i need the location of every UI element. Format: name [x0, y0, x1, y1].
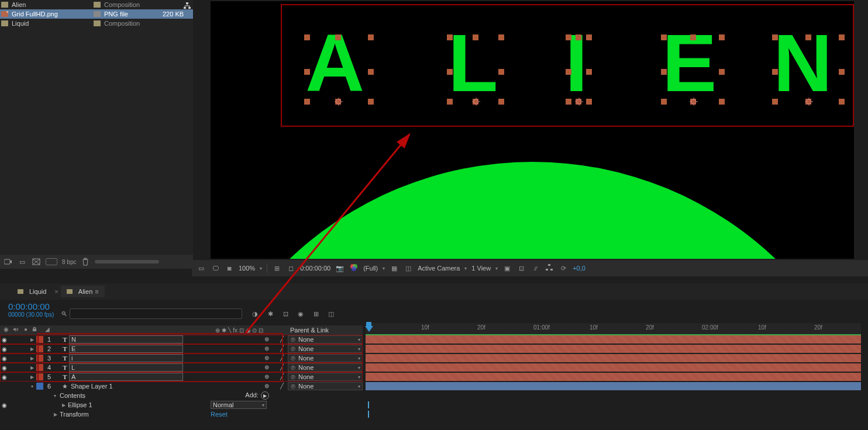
- layer-name[interactable]: E: [69, 345, 183, 353]
- layer-property-transform[interactable]: ▶ Transform Reset: [0, 410, 363, 419]
- add-property-button[interactable]: Add:▶: [245, 391, 269, 400]
- selection-handle[interactable]: [304, 34, 310, 40]
- parent-dropdown[interactable]: ℗None▾: [288, 382, 363, 390]
- current-time-indicator[interactable]: [366, 322, 373, 334]
- solo-column-icon[interactable]: ●: [22, 326, 30, 334]
- project-item[interactable]: Alien Composition: [0, 0, 193, 9]
- parent-dropdown[interactable]: ℗None▾: [288, 345, 363, 353]
- magnify-icon[interactable]: ▭: [197, 265, 206, 272]
- label-column-icon[interactable]: ◢: [43, 326, 51, 334]
- selection-handle[interactable]: [772, 69, 778, 75]
- selection-handle[interactable]: [690, 34, 696, 40]
- view-layout-icon[interactable]: ◫: [404, 265, 413, 272]
- pickwhip-icon[interactable]: ℗: [290, 346, 296, 352]
- selection-handle[interactable]: [772, 99, 778, 105]
- viewer-timecode[interactable]: 0:00:00:00: [300, 265, 330, 272]
- layer-name[interactable]: i: [69, 354, 183, 362]
- twirl-icon[interactable]: ▶: [29, 346, 35, 352]
- twirl-icon[interactable]: ▶: [54, 412, 60, 417]
- shy-icon[interactable]: ✱: [266, 309, 275, 318]
- anchor-point-icon[interactable]: [472, 98, 480, 106]
- twirl-icon[interactable]: ▶: [29, 365, 35, 370]
- layer-name[interactable]: N: [69, 335, 183, 344]
- chevron-down-icon[interactable]: ▾: [358, 374, 360, 380]
- layer-bar[interactable]: [366, 345, 861, 353]
- twirl-icon[interactable]: ▾: [29, 384, 35, 389]
- track-row[interactable]: [366, 382, 861, 391]
- selection-handle[interactable]: [586, 34, 592, 40]
- selection-handle[interactable]: [719, 69, 725, 75]
- layer-bar[interactable]: [366, 354, 861, 362]
- resolution-icon[interactable]: ⊞: [272, 265, 281, 272]
- layer-name[interactable]: Shape Layer 1: [69, 382, 183, 390]
- eye-column-icon[interactable]: ◉: [2, 326, 10, 334]
- reset-button[interactable]: Reset: [211, 411, 228, 418]
- layer-bar[interactable]: [366, 363, 861, 372]
- new-comp-icon[interactable]: [32, 258, 41, 266]
- layer-name[interactable]: A: [69, 373, 183, 381]
- track-row[interactable]: [366, 363, 861, 372]
- chevron-down-icon[interactable]: ▾: [358, 346, 360, 352]
- layer-switches[interactable]: ⊕╱: [263, 345, 285, 353]
- panel-menu-icon[interactable]: ≡: [95, 288, 98, 295]
- layer-property-ellipse[interactable]: ◉ ▶ Ellipse 1 Normal▾: [0, 400, 363, 410]
- chevron-down-icon[interactable]: ▾: [260, 266, 262, 271]
- twirl-icon[interactable]: ▶: [62, 403, 68, 408]
- layer-switches[interactable]: ⊕╱: [263, 383, 285, 390]
- share-view-icon[interactable]: ▣: [502, 265, 512, 272]
- selection-handle[interactable]: [368, 69, 374, 75]
- selection-handle[interactable]: [719, 99, 725, 105]
- selection-handle[interactable]: [566, 69, 571, 75]
- eye-icon[interactable]: ◉: [0, 365, 8, 371]
- display-icon[interactable]: 🖵: [211, 265, 220, 272]
- selection-handle[interactable]: [566, 34, 571, 40]
- search-input[interactable]: [70, 308, 242, 319]
- layer-row[interactable]: ◉ ▶ 1 T N ⊕╱ ℗None▾: [0, 335, 363, 344]
- new-folder-icon[interactable]: ▭: [18, 258, 27, 266]
- layer-row[interactable]: ◉ ▶ 4 T L ⊕╱ ℗None▾: [0, 363, 363, 372]
- label-color[interactable]: [36, 383, 43, 390]
- anchor-point-icon[interactable]: [335, 98, 343, 106]
- selection-handle[interactable]: [839, 99, 845, 105]
- selection-handle[interactable]: [839, 34, 845, 40]
- layer-tracks[interactable]: [366, 335, 861, 419]
- layer-row[interactable]: ◉ ▶ 5 T A ⊕╱ ℗None▾: [0, 372, 363, 382]
- resolution-value[interactable]: (Full): [363, 265, 378, 272]
- tab-close-icon[interactable]: ×: [54, 288, 58, 295]
- twirl-icon[interactable]: ▾: [54, 393, 60, 398]
- chevron-down-icon[interactable]: ▾: [358, 337, 360, 342]
- reset-exposure-icon[interactable]: ⟳: [559, 265, 568, 272]
- channel-icon[interactable]: [349, 263, 359, 273]
- chevron-down-icon[interactable]: ▾: [358, 356, 360, 361]
- keyframe-mark[interactable]: [368, 411, 369, 418]
- track-row[interactable]: [366, 344, 861, 353]
- eye-icon[interactable]: ◉: [0, 374, 8, 380]
- snapshot-icon[interactable]: 📷: [335, 265, 345, 272]
- transparency-grid-icon[interactable]: ▦: [390, 265, 399, 272]
- audio-column-icon[interactable]: 🔊︎: [12, 326, 20, 334]
- composition-viewer[interactable]: A L I E N: [211, 1, 854, 259]
- selection-handle[interactable]: [661, 34, 667, 40]
- interpret-footage-icon[interactable]: [4, 258, 13, 266]
- pickwhip-icon[interactable]: ℗: [290, 365, 296, 371]
- eye-icon[interactable]: ◉: [0, 337, 8, 343]
- time-ruler[interactable]: 10f 20f 01:00f 10f 20f 02:00f 10f 20f: [366, 323, 861, 335]
- label-color[interactable]: [36, 336, 43, 343]
- lock-column-icon[interactable]: 🔒︎: [30, 326, 39, 334]
- selection-handle[interactable]: [498, 69, 504, 75]
- selection-handle[interactable]: [719, 34, 725, 40]
- current-time[interactable]: 0:00:00:00 00000 (30.00 fps): [8, 300, 61, 323]
- layer-bar[interactable]: [366, 373, 861, 381]
- selection-handle[interactable]: [368, 34, 374, 40]
- exposure-value[interactable]: +0,0: [573, 265, 585, 272]
- parent-dropdown[interactable]: ℗None▾: [288, 335, 363, 344]
- selection-handle[interactable]: [447, 99, 453, 105]
- timeline-tab-liquid[interactable]: Liquid: [12, 286, 52, 297]
- frame-blend-icon[interactable]: ⊡: [281, 309, 290, 318]
- mask-icon[interactable]: ◙: [225, 265, 234, 272]
- letter-e[interactable]: E: [662, 16, 717, 110]
- selection-handle[interactable]: [772, 34, 778, 40]
- flowchart-icon[interactable]: [545, 264, 554, 272]
- anchor-point-icon[interactable]: [690, 98, 698, 106]
- bpc-button[interactable]: [46, 258, 57, 265]
